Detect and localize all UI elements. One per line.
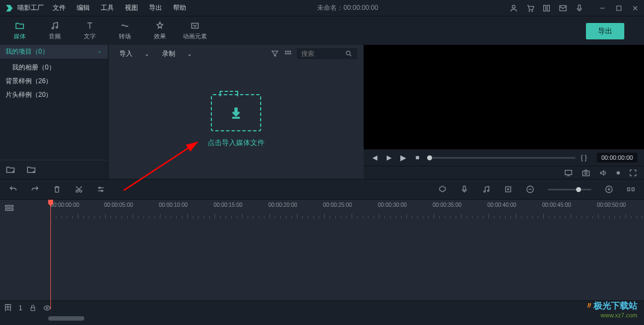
tab-text[interactable]: 文字 [74, 18, 105, 43]
remove-folder-icon[interactable] [26, 165, 36, 175]
prev-frame-icon[interactable]: ◀ [370, 153, 379, 162]
titlebar-right [509, 4, 640, 13]
close-icon[interactable] [631, 4, 640, 13]
search-box[interactable] [297, 48, 357, 59]
settings-icon[interactable] [96, 185, 105, 194]
ruler-mark: 00:00:15:00 [214, 202, 243, 208]
import-button[interactable]: 导入 ⌄ [115, 47, 153, 61]
preview-braces[interactable]: { } [581, 154, 587, 161]
sidebar-item-bg[interactable]: 背景样例（26） [0, 74, 108, 88]
svg-rect-32 [463, 186, 465, 190]
svg-rect-22 [565, 170, 572, 175]
sidebar-item-intro[interactable]: 片头样例（20） [0, 88, 108, 102]
menu-export[interactable]: 导出 [149, 3, 162, 13]
search-input[interactable] [301, 50, 342, 57]
tab-media[interactable]: 媒体 [4, 18, 35, 43]
ruler-mark: 00:00:45:00 [542, 202, 571, 208]
zoom-in-icon[interactable] [605, 185, 613, 194]
export-button[interactable]: 导出 [586, 23, 624, 39]
svg-rect-6 [578, 5, 580, 9]
svg-rect-46 [31, 307, 34, 310]
menu-help[interactable]: 帮助 [173, 3, 186, 13]
cut-icon[interactable] [74, 185, 83, 194]
timeline-tracks[interactable] [0, 218, 644, 300]
display-icon[interactable] [564, 169, 573, 177]
undo-icon[interactable] [9, 185, 18, 194]
zoom-out-icon[interactable] [526, 185, 534, 194]
svg-rect-8 [617, 5, 621, 10]
preview-controls: ◀ ▶ ▶ ■ { } 00:00:00:00 [364, 149, 644, 166]
preview-video[interactable] [364, 45, 644, 149]
import-label: 导入 [119, 49, 133, 59]
ruler-mark: 00:00:40:00 [487, 202, 516, 208]
svg-rect-43 [632, 188, 634, 190]
timeline-scrollbar[interactable] [0, 315, 644, 322]
tab-audio[interactable]: 音频 [39, 18, 70, 43]
drop-text: 点击导入媒体文件 [208, 138, 264, 148]
minimize-icon[interactable] [598, 4, 607, 13]
timeline-ruler[interactable]: 00:00:00:0000:00:05:0000:00:10:0000:00:1… [0, 200, 644, 218]
svg-rect-17 [285, 53, 287, 55]
redo-icon[interactable] [31, 185, 39, 194]
fit-icon[interactable] [626, 185, 635, 194]
tab-motion[interactable]: 动画元素 [180, 18, 210, 43]
crop-icon[interactable] [504, 185, 513, 194]
stop-icon[interactable]: ■ [413, 153, 422, 162]
ruler-mark: 00:00:50:00 [597, 202, 626, 208]
ruler-mark: 00:00:00:00 [50, 202, 79, 208]
svg-rect-45 [5, 209, 13, 211]
track-aspect-icon[interactable]: 田 [4, 303, 12, 313]
play-icon[interactable]: ▶ [399, 153, 407, 162]
fullscreen-icon[interactable] [629, 169, 637, 177]
audio-mix-icon[interactable] [482, 185, 491, 194]
volume-icon[interactable] [599, 169, 608, 177]
logo-icon [4, 3, 14, 13]
record-button[interactable]: 录制 ⌄ [158, 47, 196, 61]
lock-icon[interactable] [29, 304, 37, 312]
voiceover-icon[interactable] [460, 185, 469, 194]
mail-icon[interactable] [559, 4, 567, 13]
sidebar-header[interactable]: 我的项目（0） ⌄ [0, 45, 108, 59]
ruler-mark: 00:00:30:00 [378, 202, 407, 208]
cart-icon[interactable] [526, 4, 534, 13]
motion-icon [190, 21, 200, 31]
preview-scrubber[interactable] [427, 157, 576, 159]
eye-icon[interactable] [43, 304, 51, 312]
tab-transition[interactable]: 转场 [110, 18, 140, 43]
menu-file[interactable]: 文件 [53, 3, 66, 13]
delete-icon[interactable] [53, 185, 61, 194]
window-controls [598, 4, 640, 13]
scrollbar-thumb[interactable] [48, 316, 84, 321]
menu-edit[interactable]: 编辑 [77, 3, 90, 13]
marker-icon[interactable] [438, 185, 447, 194]
grid-icon[interactable] [284, 49, 292, 58]
svg-point-2 [532, 10, 532, 11]
media-drop-zone[interactable]: 点击导入媒体文件 [108, 62, 364, 179]
svg-rect-13 [192, 24, 198, 28]
search-icon[interactable] [345, 50, 353, 57]
timeline-mode-icon[interactable] [4, 203, 14, 213]
filter-icon[interactable] [271, 49, 279, 58]
volume-dot[interactable] [617, 171, 620, 175]
svg-rect-16 [290, 51, 291, 53]
svg-point-1 [529, 10, 530, 11]
library-icon[interactable] [542, 4, 551, 13]
user-icon[interactable] [509, 4, 518, 13]
next-frame-icon[interactable]: ▶ [384, 153, 393, 162]
maximize-icon[interactable] [614, 4, 623, 13]
svg-point-20 [346, 51, 350, 55]
sidebar-item-album[interactable]: 我的相册（0） [0, 61, 108, 74]
playhead[interactable] [50, 200, 51, 309]
menu-view[interactable]: 视图 [125, 3, 138, 13]
zoom-slider[interactable] [548, 189, 591, 190]
sidebar-footer [0, 160, 108, 179]
svg-rect-18 [288, 53, 289, 55]
add-folder-icon[interactable] [5, 165, 15, 175]
chevron-down-icon: ⌄ [187, 51, 192, 57]
snapshot-icon[interactable] [582, 169, 590, 177]
media-toolbar: 导入 ⌄ 录制 ⌄ [108, 45, 364, 62]
menu-tools[interactable]: 工具 [101, 3, 114, 13]
svg-line-21 [350, 55, 352, 56]
tab-effect[interactable]: 效果 [145, 18, 175, 43]
mic-icon[interactable] [575, 4, 584, 13]
